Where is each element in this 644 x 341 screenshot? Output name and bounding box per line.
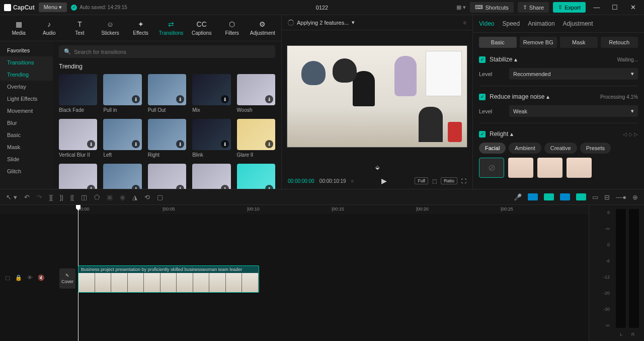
chevron-down-icon[interactable]: ▾ <box>352 19 355 26</box>
download-icon[interactable]: ⬇ <box>176 95 184 103</box>
menu-button[interactable]: Menu ▾ <box>39 3 67 12</box>
level-icon[interactable]: ≡ <box>351 178 354 184</box>
video-clip[interactable]: Business project presentation by profici… <box>78 265 259 293</box>
download-icon[interactable]: ⬇ <box>221 95 229 103</box>
rp-sub-remove-bg[interactable]: Remove BG <box>520 37 557 48</box>
sidebar-item-blur[interactable]: Blur <box>0 117 53 129</box>
sidebar-item-slide[interactable]: Slide <box>0 153 53 165</box>
sidebar-item-trending[interactable]: Trending <box>0 69 53 81</box>
search-input[interactable]: 🔍 <box>59 45 275 58</box>
sidebar-item-basic[interactable]: Basic <box>0 129 53 141</box>
eye-icon[interactable]: 👁 <box>27 275 33 281</box>
zoom-fit[interactable]: ⊕ <box>632 193 638 201</box>
sidebar-item-mask[interactable]: Mask <box>0 141 53 153</box>
nav-icons[interactable]: ◁ ◇ ▷ <box>623 131 638 137</box>
noise-level-select[interactable]: Weak▾ <box>509 105 638 117</box>
stabilize-level-select[interactable]: Recommended▾ <box>509 68 638 80</box>
lock-icon[interactable]: 🔒 <box>15 275 22 281</box>
tab-effects[interactable]: ✦Effects <box>126 18 155 38</box>
frame-tool[interactable]: ▢ <box>157 193 163 201</box>
chip-2[interactable] <box>544 193 554 200</box>
transition-item-10[interactable]: ⬇ <box>59 164 97 189</box>
transition-item-14[interactable]: ⬇ <box>237 164 275 189</box>
download-icon[interactable]: ⬇ <box>221 185 229 189</box>
minimize-button[interactable]: — <box>590 3 604 13</box>
transition-vertical-blur-ii[interactable]: ⬇Vertical Blur II <box>59 119 97 158</box>
undo-button[interactable]: ↶ <box>24 193 30 201</box>
transition-woosh[interactable]: ⬇Woosh <box>237 74 275 113</box>
tool-b[interactable]: ⊟ <box>604 193 610 201</box>
tag-tool[interactable]: ⬠ <box>94 193 100 201</box>
share-button[interactable]: ⇪ Share <box>518 2 549 13</box>
preset-3[interactable] <box>567 158 592 178</box>
pill-presets[interactable]: Presets <box>580 143 611 154</box>
rp-tab-animation[interactable]: Animation <box>528 20 554 27</box>
download-icon[interactable]: ⬇ <box>265 95 273 103</box>
tab-transitions[interactable]: ⇄Transitions <box>156 18 186 38</box>
transition-left[interactable]: ⬇Left <box>103 119 141 158</box>
rp-tab-video[interactable]: Video <box>479 20 494 27</box>
rp-sub-mask[interactable]: Mask <box>560 37 598 48</box>
mic-icon[interactable]: 🎤 <box>514 193 522 201</box>
zoom-slider[interactable]: —● <box>616 193 626 201</box>
tab-audio[interactable]: ♪Audio <box>35 18 64 38</box>
pill-ambient[interactable]: Ambient <box>509 143 541 154</box>
split-tool[interactable]: ]​[ <box>49 193 53 201</box>
rp-tab-adjustment[interactable]: Adjustment <box>563 20 593 27</box>
tab-stickers[interactable]: ☺Stickers <box>96 18 125 38</box>
play-button[interactable]: ▶ <box>381 177 387 185</box>
sidebar-item-movement[interactable]: Movement <box>0 105 53 117</box>
tab-captions[interactable]: CCCaptions <box>187 18 216 38</box>
split-right-tool[interactable]: |​[ <box>70 193 74 201</box>
ratio-button[interactable]: Ratio <box>441 177 457 184</box>
sidebar-item-overlay[interactable]: Overlay <box>0 81 53 93</box>
download-icon[interactable]: ⬇ <box>176 185 184 189</box>
transition-glare-ii[interactable]: ⬇Glare II <box>237 119 275 158</box>
tab-filters[interactable]: ⬡Filters <box>217 18 247 38</box>
crop-tool[interactable]: ◫ <box>81 193 87 201</box>
shortcuts-button[interactable]: ⌨ Shortcuts <box>470 2 513 13</box>
download-icon[interactable]: ⬇ <box>132 95 140 103</box>
rp-sub-retouch[interactable]: Retouch <box>601 37 638 48</box>
download-icon[interactable]: ⬇ <box>132 185 140 189</box>
sidebar-transitions[interactable]: Transitions <box>0 56 53 69</box>
tool-1[interactable]: ▣ <box>107 193 113 201</box>
sidebar-item-glitch[interactable]: Glitch <box>0 165 53 177</box>
track-controls[interactable]: ▢ 🔒 👁 🔇 <box>5 275 45 281</box>
noise-checkbox[interactable]: ✓ <box>479 94 486 100</box>
pill-creative[interactable]: Creative <box>544 143 577 154</box>
tab-media[interactable]: ▦Media <box>4 18 34 38</box>
export-button[interactable]: ⇧ Export <box>553 2 586 13</box>
transition-pull-out[interactable]: ⬇Pull Out <box>148 74 186 113</box>
relight-checkbox[interactable]: ✓ <box>479 131 486 138</box>
crop-icon[interactable]: ⬚ <box>432 178 437 184</box>
transition-mix[interactable]: ⬇Mix <box>192 74 230 113</box>
transition-pull-in[interactable]: ⬇Pull in <box>103 74 141 113</box>
close-button[interactable]: ✕ <box>626 3 640 13</box>
pointer-tool[interactable]: ↖ ▾ <box>6 193 17 201</box>
timeline-ruler[interactable]: 00:00|00:05|00:10|00:15|00:20|00:25 <box>0 205 589 214</box>
cover-button[interactable]: ✎ Cover <box>59 268 75 289</box>
preset-2[interactable] <box>537 158 562 178</box>
download-icon[interactable]: ⬇ <box>265 140 273 148</box>
rp-tab-speed[interactable]: Speed <box>502 20 520 27</box>
full-button[interactable]: Full <box>415 177 428 184</box>
transition-black-fade[interactable]: Black Fade <box>59 74 97 113</box>
rotate-tool[interactable]: ⟲ <box>144 193 150 201</box>
menu-icon[interactable]: ≡ <box>463 20 466 26</box>
download-icon[interactable]: ⬇ <box>265 185 273 189</box>
transition-item-12[interactable]: ⬇ <box>148 164 186 189</box>
download-icon[interactable]: ⬇ <box>87 140 95 148</box>
download-icon[interactable]: ⬇ <box>221 140 229 148</box>
mirror-tool[interactable]: ◮ <box>132 193 137 201</box>
tab-text[interactable]: TText <box>65 18 95 38</box>
chip-3[interactable] <box>560 193 570 200</box>
chip-4[interactable] <box>576 193 586 200</box>
transition-item-13[interactable]: ⬇ <box>192 164 230 189</box>
maximize-button[interactable]: ☐ <box>608 3 622 13</box>
download-icon[interactable]: ⬇ <box>176 140 184 148</box>
download-icon[interactable]: ⬇ <box>87 185 95 189</box>
redo-button[interactable]: ↷ <box>37 193 42 201</box>
transition-right[interactable]: ⬇Right <box>148 119 186 158</box>
split-left-tool[interactable]: ]​| <box>60 193 63 201</box>
